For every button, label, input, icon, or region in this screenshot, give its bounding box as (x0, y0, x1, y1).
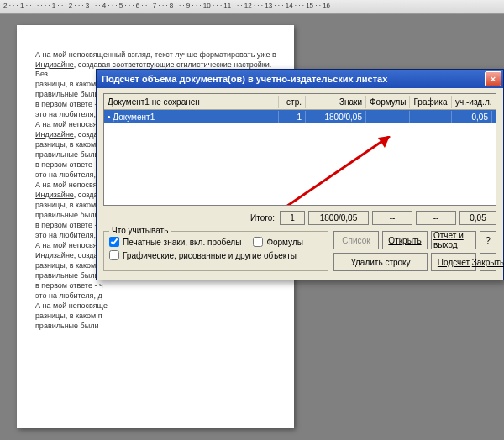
checkbox-chars-input[interactable] (109, 237, 119, 247)
horizontal-ruler: 2 · · · 1 · · · · · · · 1 · · · 2 · · · … (0, 0, 504, 14)
cell-document: • Документ1 (104, 111, 279, 123)
col-document[interactable]: Документ1 не сохранен (104, 96, 279, 108)
svg-line-0 (276, 136, 390, 206)
cell-formulas: -- (366, 111, 410, 123)
col-sheets[interactable]: уч.-изд.л. (452, 96, 492, 108)
count-button[interactable]: Подсчет (431, 253, 476, 271)
checkbox-chars[interactable]: Печатные знаки, вкл. пробелы (109, 237, 241, 247)
checkbox-formulas-label: Формулы (266, 238, 303, 247)
checkbox-formulas[interactable]: Формулы (253, 237, 303, 247)
totals-label: Итого: (250, 213, 276, 223)
col-formulas[interactable]: Формулы (366, 96, 410, 108)
dialog-title-text: Подсчет объема документа(ов) в учетно-из… (102, 74, 387, 84)
open-button[interactable]: Открыть (382, 231, 428, 249)
total-sheets: 0,05 (459, 211, 496, 225)
annotation-arrow-icon (264, 136, 415, 206)
delete-row-button[interactable]: Удалить строку (333, 253, 428, 271)
cell-chars: 1800/0,05 (306, 111, 366, 123)
checkbox-graphics[interactable]: Графические, рисованные и другие объекты (109, 250, 323, 260)
close-icon[interactable]: × (485, 71, 501, 86)
dialog-titlebar[interactable]: Подсчет объема документа(ов) в учетно-из… (97, 70, 503, 88)
cell-pages: 1 (279, 111, 306, 123)
cell-sheets: 0,05 (452, 111, 492, 123)
help-button[interactable]: ? (480, 231, 496, 249)
button-panel: Список Открыть Отчет и выход ? Удалить с… (333, 231, 496, 271)
col-pages[interactable]: стр. (279, 96, 306, 108)
table-header: Документ1 не сохранен стр. Знаки Формулы… (104, 94, 496, 110)
checkbox-graphics-label: Графические, рисованные и другие объекты (123, 251, 297, 260)
cell-graphics: -- (410, 111, 452, 123)
col-graphics[interactable]: Графика (410, 96, 452, 108)
count-dialog: Подсчет объема документа(ов) в учетно-из… (96, 69, 504, 280)
checkbox-graphics-input[interactable] (109, 250, 119, 260)
totals-row: Итого: 1 1800/0,05 -- -- 0,05 (103, 209, 496, 226)
checkbox-chars-label: Печатные знаки, вкл. пробелы (123, 238, 241, 247)
total-pages: 1 (280, 211, 305, 225)
col-chars[interactable]: Знаки (306, 96, 366, 108)
total-chars: 1800/0,05 (308, 211, 369, 225)
workspace: 2 · · · 1 · · · · · · · 1 · · · 2 · · · … (0, 0, 504, 440)
options-fieldset: Что учитывать Печатные знаки, вкл. пробе… (103, 231, 328, 271)
checkbox-formulas-input[interactable] (253, 237, 263, 247)
table-row[interactable]: • Документ1 1 1800/0,05 -- -- 0,05 (104, 110, 496, 123)
svg-marker-1 (378, 136, 390, 148)
documents-table: Документ1 не сохранен стр. Знаки Формулы… (103, 93, 496, 206)
list-button[interactable]: Список (333, 231, 379, 249)
fieldset-legend: Что учитывать (109, 226, 171, 235)
total-formulas: -- (372, 211, 412, 225)
total-graphics: -- (416, 211, 456, 225)
report-exit-button[interactable]: Отчет и выход (431, 231, 476, 249)
close-button[interactable]: Закрыть (480, 253, 496, 271)
